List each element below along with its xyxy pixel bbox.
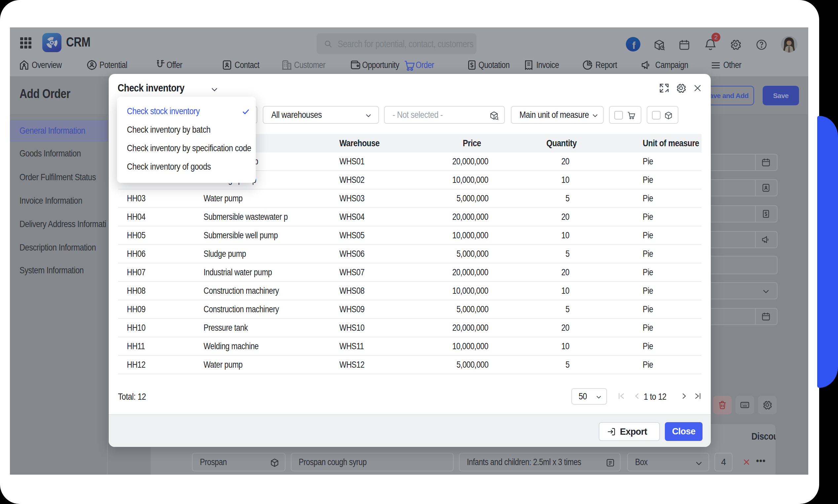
svg-text:f: f: [632, 40, 636, 51]
